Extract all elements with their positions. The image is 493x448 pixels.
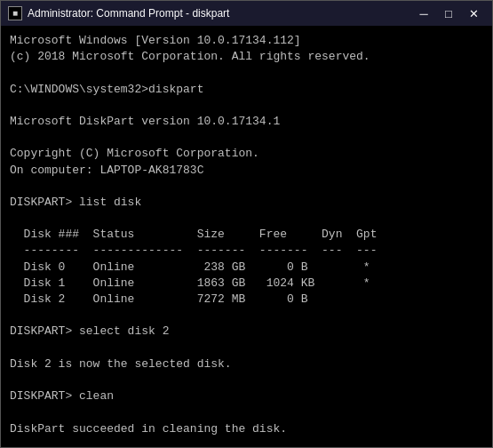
terminal-line: DISKPART> clean bbox=[10, 388, 483, 404]
terminal-line bbox=[10, 179, 483, 195]
terminal-line bbox=[10, 211, 483, 227]
terminal-line bbox=[10, 308, 483, 324]
terminal-line: Disk 2 is now the selected disk. bbox=[10, 356, 483, 372]
command-prompt-window: ■ Administrator: Command Prompt - diskpa… bbox=[0, 0, 493, 448]
terminal-line: Disk ### Status Size Free Dyn Gpt bbox=[10, 227, 483, 243]
window-controls: ─ □ ✕ bbox=[412, 4, 485, 22]
terminal-line: Microsoft DiskPart version 10.0.17134.1 bbox=[10, 114, 483, 130]
title-bar: ■ Administrator: Command Prompt - diskpa… bbox=[1, 1, 492, 26]
terminal-line: Microsoft Windows [Version 10.0.17134.11… bbox=[10, 33, 483, 49]
terminal-line: Copyright (C) Microsoft Corporation. bbox=[10, 146, 483, 162]
terminal-line: Disk 2 Online 7272 MB 0 B bbox=[10, 292, 483, 308]
minimize-button[interactable]: ─ bbox=[412, 4, 435, 22]
terminal-line bbox=[10, 404, 483, 420]
terminal-line: On computer: LAPTOP-AK81783C bbox=[10, 163, 483, 179]
app-icon: ■ bbox=[8, 6, 22, 20]
terminal-line: Disk 1 Online 1863 GB 1024 KB * bbox=[10, 276, 483, 292]
terminal-line: C:\WINDOWS\system32>diskpart bbox=[10, 82, 483, 98]
terminal-line bbox=[10, 437, 483, 447]
terminal-line: -------- ------------- ------- ------- -… bbox=[10, 243, 483, 259]
terminal-line: (c) 2018 Microsoft Corporation. All righ… bbox=[10, 49, 483, 65]
terminal-line bbox=[10, 372, 483, 388]
terminal-line bbox=[10, 98, 483, 114]
title-bar-left: ■ Administrator: Command Prompt - diskpa… bbox=[8, 6, 229, 20]
window-title: Administrator: Command Prompt - diskpart bbox=[28, 7, 229, 20]
terminal-line: DiskPart succeeded in cleaning the disk. bbox=[10, 421, 483, 437]
terminal-line: DISKPART> select disk 2 bbox=[10, 324, 483, 340]
terminal-line: Disk 0 Online 238 GB 0 B * bbox=[10, 260, 483, 276]
maximize-button[interactable]: □ bbox=[437, 4, 460, 22]
terminal-line bbox=[10, 65, 483, 81]
terminal-line: DISKPART> list disk bbox=[10, 195, 483, 211]
terminal-line bbox=[10, 340, 483, 356]
close-button[interactable]: ✕ bbox=[462, 4, 485, 22]
terminal-line bbox=[10, 130, 483, 146]
terminal-body[interactable]: Microsoft Windows [Version 10.0.17134.11… bbox=[1, 26, 492, 447]
